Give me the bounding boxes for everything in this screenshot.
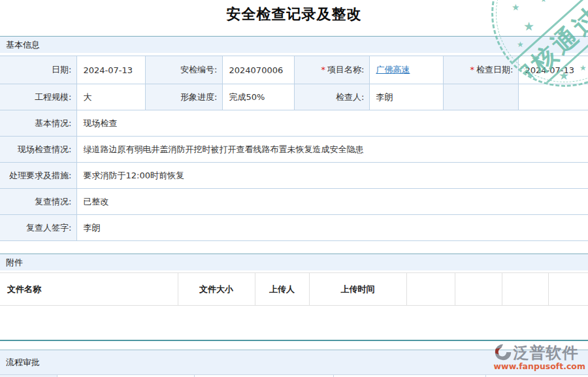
basic-info-table: 日期: 2024-07-13 安检编号: 2024070006 *项目名称: 广… — [0, 56, 588, 241]
field-value-measures: 要求消防于12:00时前恢复 — [76, 163, 588, 189]
column-header-file-name: 文件名称 — [0, 273, 178, 306]
field-value-project-name: 广佛高速 — [369, 56, 443, 84]
required-marker: * — [321, 65, 326, 74]
field-value-check-date: 2024-07-13 — [518, 56, 588, 84]
column-header-empty — [502, 273, 548, 306]
column-header-uploader: 上传人 — [255, 273, 309, 306]
basic-info-section: 基本信息 日期: 2024-07-13 安检编号: 2024070006 *项目… — [0, 36, 588, 241]
empty-value-cell — [518, 84, 588, 110]
attachments-table: 文件名称 文件大小 上传人 上传时间 — [0, 272, 588, 306]
approval-table-top-edge — [0, 374, 588, 377]
field-value-date: 2024-07-13 — [76, 56, 145, 84]
attachments-section: 附件 文件名称 文件大小 上传人 上传时间 — [0, 254, 588, 306]
field-value-inspector: 李朗 — [369, 84, 443, 110]
field-label-inspection-no: 安检编号: — [145, 56, 222, 84]
section-header-approval: 流程审批 — [0, 350, 588, 374]
column-header-upload-time: 上传时间 — [309, 273, 406, 306]
table-row: 复查情况: 已整改 — [0, 189, 588, 215]
page-title: 安全检查记录及整改 — [0, 5, 588, 24]
star-icon: ★ — [540, 0, 547, 4]
column-header-file-size: 文件大小 — [178, 273, 255, 306]
field-value-site-check: 绿道路边原有弱电井盖消防开挖时被打开查看线路布置未恢复造成安全隐患 — [76, 137, 588, 163]
field-label-project-scale: 工程规模: — [0, 84, 76, 110]
field-value-recheck: 已整改 — [76, 189, 588, 215]
approval-section: 流程审批 — [0, 350, 588, 374]
table-row: 复查人签字: 李朗 — [0, 215, 588, 241]
section-divider-line — [0, 340, 588, 341]
table-row: 现场检查情况: 绿道路边原有弱电井盖消防开挖时被打开查看线路布置未恢复造成安全隐… — [0, 137, 588, 163]
column-header-empty — [548, 273, 588, 306]
column-header-empty — [406, 273, 455, 306]
field-label-recheck-signature: 复查人签字: — [0, 215, 76, 241]
field-value-inspection-no: 2024070006 — [222, 56, 294, 84]
section-header-basic: 基本信息 — [0, 36, 588, 53]
field-label-project-name: *项目名称: — [294, 56, 369, 84]
field-value-basic-situation: 现场检查 — [76, 110, 588, 137]
field-label-date: 日期: — [0, 56, 76, 84]
field-label-progress: 形象进度: — [145, 84, 222, 110]
column-header-empty — [455, 273, 502, 306]
project-name-link[interactable]: 广佛高速 — [376, 65, 410, 74]
section-header-attachments: 附件 — [0, 254, 588, 270]
field-value-project-scale: 大 — [76, 84, 145, 110]
required-marker: * — [470, 65, 475, 74]
field-value-progress: 完成50% — [222, 84, 294, 110]
field-value-recheck-signature: 李朗 — [76, 215, 588, 241]
empty-label-cell — [443, 84, 518, 110]
field-label-site-check: 现场检查情况: — [0, 137, 76, 163]
table-row: 基本情况: 现场检查 — [0, 110, 588, 137]
table-row: 工程规模: 大 形象进度: 完成50% 检查人: 李朗 — [0, 84, 588, 110]
table-row: 处理要求及措施: 要求消防于12:00时前恢复 — [0, 163, 588, 189]
field-label-inspector: 检查人: — [294, 84, 369, 110]
attachments-header-row: 文件名称 文件大小 上传人 上传时间 — [0, 273, 588, 306]
table-row: 日期: 2024-07-13 安检编号: 2024070006 *项目名称: 广… — [0, 56, 588, 84]
field-label-check-date: *检查日期: — [443, 56, 518, 84]
field-label-measures: 处理要求及措施: — [0, 163, 76, 189]
field-label-recheck: 复查情况: — [0, 189, 76, 215]
field-label-basic-situation: 基本情况: — [0, 110, 76, 137]
